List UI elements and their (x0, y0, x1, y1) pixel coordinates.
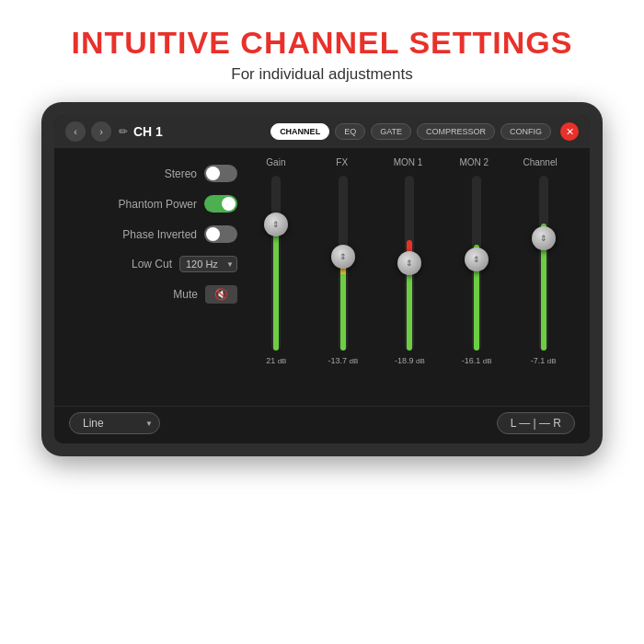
channel-col-label: Channel (517, 157, 563, 167)
subtitle: For individual adjustments (72, 65, 573, 84)
bottom-bar: Line Instrument Mic ▼ L — | — R (54, 406, 590, 443)
mute-row: Mute 🔇 (67, 285, 237, 304)
fx-fader: ⇕ -13.7 dB (320, 171, 366, 374)
main-content: Stereo Phantom Power Phase (54, 148, 590, 406)
page-wrapper: INTUITIVE CHANNEL SETTINGS For individua… (0, 0, 644, 644)
tablet-screen: ‹ › ✏ CH 1 CHANNEL EQ GATE COMPRESSOR CO… (54, 115, 590, 443)
phase-inverted-label: Phase Inverted (122, 228, 197, 241)
tab-gate[interactable]: GATE (371, 123, 411, 140)
tab-channel[interactable]: CHANNEL (270, 123, 329, 140)
channel-name: CH 1 (133, 124, 163, 139)
tab-config[interactable]: CONFIG (500, 123, 551, 140)
phantom-power-label: Phantom Power (119, 198, 197, 211)
close-button[interactable]: ✕ (560, 122, 579, 141)
gain-col-label: Gain (253, 157, 299, 167)
fx-value: -13.7 dB (328, 356, 358, 365)
stereo-label: Stereo (165, 167, 197, 180)
stereo-toggle[interactable] (204, 165, 237, 182)
low-cut-label: Low Cut (132, 258, 172, 270)
tab-compressor[interactable]: COMPRESSOR (417, 123, 495, 140)
line-select[interactable]: Line Instrument Mic (69, 412, 160, 434)
mon2-fader: ⇕ -16.1 dB (454, 171, 500, 374)
nav-next-button[interactable]: › (91, 121, 111, 142)
low-cut-select[interactable]: 120 Hz Off 80 Hz 100 Hz 160 Hz (179, 256, 237, 272)
mon1-fader: ⇕ -18.9 dB (386, 171, 432, 374)
mon1-fader-handle[interactable]: ⇕ (397, 251, 421, 275)
phantom-power-toggle[interactable] (204, 195, 237, 213)
channel-fader: ⇕ -7.1 dB (521, 171, 567, 374)
mon2-col-label: MON 2 (451, 157, 497, 167)
mute-button[interactable]: 🔇 (205, 285, 237, 304)
low-cut-row: Low Cut 120 Hz Off 80 Hz 100 Hz 160 Hz ▼ (67, 256, 237, 272)
faders-panel: Gain FX MON 1 MON 2 Channel (237, 157, 577, 402)
channel-value: -7.1 dB (531, 356, 557, 365)
top-bar: ‹ › ✏ CH 1 CHANNEL EQ GATE COMPRESSOR CO… (54, 115, 590, 148)
fx-col-label: FX (319, 157, 365, 167)
nav-prev-button[interactable]: ‹ (65, 121, 86, 142)
phase-inverted-row: Phase Inverted (67, 225, 237, 243)
phantom-power-row: Phantom Power (67, 195, 237, 213)
main-title: INTUITIVE CHANNEL SETTINGS (72, 26, 573, 60)
gain-fader-handle[interactable]: ⇕ (264, 213, 288, 236)
stereo-row: Stereo (67, 165, 237, 182)
tablet-device: ‹ › ✏ CH 1 CHANNEL EQ GATE COMPRESSOR CO… (41, 102, 603, 456)
gain-value: 21 dB (266, 356, 286, 365)
gain-fader: ⇕ 21 dB (253, 171, 299, 374)
pan-control[interactable]: L — | — R (497, 412, 575, 434)
faders-row: ⇕ 21 dB ⇕ (243, 171, 577, 383)
fx-fader-handle[interactable]: ⇕ (331, 245, 355, 269)
page-header: INTUITIVE CHANNEL SETTINGS For individua… (53, 0, 592, 93)
mon1-col-label: MON 1 (385, 157, 431, 167)
tab-eq[interactable]: EQ (335, 123, 365, 140)
pencil-icon: ✏ (119, 125, 128, 138)
line-select-wrapper: Line Instrument Mic ▼ (69, 412, 160, 434)
left-panel: Stereo Phantom Power Phase (67, 157, 237, 402)
phase-inverted-toggle[interactable] (204, 225, 237, 243)
mute-icon: 🔇 (214, 288, 228, 301)
channel-fader-handle[interactable]: ⇕ (532, 226, 556, 250)
mon2-fader-handle[interactable]: ⇕ (465, 247, 489, 271)
mute-label: Mute (173, 288, 198, 301)
fader-column-labels: Gain FX MON 1 MON 2 Channel (243, 157, 577, 167)
mon2-value: -16.1 dB (462, 356, 492, 365)
mon1-value: -18.9 dB (395, 356, 425, 365)
